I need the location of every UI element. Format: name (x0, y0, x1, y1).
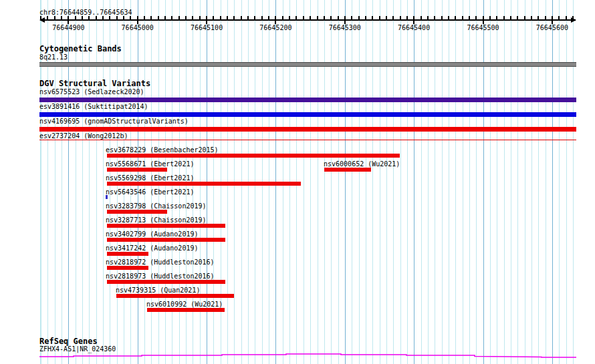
ruler-minor-tick (233, 16, 235, 20)
variant-bar[interactable] (107, 224, 225, 228)
variant-label[interactable]: nsv3402799 (Audano2019) (106, 230, 198, 238)
variant-label[interactable]: nsv3287713 (Chaisson2019) (106, 216, 207, 224)
variant-label[interactable]: nsv4169695 (gnomADStructuralVariants) (39, 118, 189, 125)
variant-bar[interactable] (107, 168, 167, 172)
ruler-minor-tick (178, 16, 180, 20)
ruler-minor-tick (503, 16, 505, 20)
ruler-minor-tick (317, 16, 318, 20)
variant-bar[interactable] (107, 154, 400, 158)
ruler-minor-tick (310, 16, 311, 20)
ruler-tick-label: 76645100 (187, 24, 227, 31)
gridline-minor (372, 0, 373, 364)
gridline-minor (304, 0, 304, 364)
gridline-minor (455, 0, 456, 364)
ruler-minor-tick (365, 16, 366, 20)
ruler-minor-tick (289, 16, 290, 20)
ruler-minor-tick (116, 16, 118, 20)
variant-bar[interactable] (107, 252, 148, 256)
variant-label[interactable]: nsv6575523 (Sedlazeck2020) (39, 88, 144, 96)
variant-bar[interactable] (39, 140, 576, 140)
variant-label[interactable]: nsv2818972 (Huddleston2016) (106, 258, 215, 266)
ruler-tick-label: 76644900 (48, 24, 88, 31)
cytoband-label: 8q21.13 (39, 53, 68, 61)
gridline-minor (428, 0, 429, 364)
gridline-minor (463, 0, 463, 364)
ruler-major-tick (68, 16, 69, 24)
genome-browser-view: chr8:76644859..76645634 7664490076645000… (0, 0, 595, 364)
variant-label[interactable]: esv3678229 (Besenbacher2015) (106, 146, 219, 154)
ruler-minor-tick (241, 16, 242, 20)
ruler-minor-tick (434, 16, 435, 20)
variant-bar[interactable] (324, 168, 371, 172)
ruler-minor-tick (61, 16, 62, 20)
gridline-minor (476, 0, 477, 364)
ruler-minor-tick (531, 16, 532, 20)
ruler-minor-tick (192, 16, 193, 20)
ruler-minor-tick (123, 16, 124, 20)
ruler-minor-tick (102, 16, 104, 20)
gridline-minor (400, 0, 401, 364)
ruler-minor-tick (372, 16, 373, 20)
variant-bar[interactable] (39, 98, 576, 102)
variant-label[interactable]: esv3891416 (Suktitipat2014) (39, 103, 148, 110)
gridline-major (414, 0, 414, 364)
ruler-minor-tick (254, 16, 255, 20)
ruler-minor-tick (47, 16, 48, 20)
variant-bar[interactable] (107, 182, 301, 186)
ruler-tick-label: 76645000 (118, 24, 158, 31)
gridline-minor (82, 0, 83, 364)
ruler-minor-tick (330, 16, 332, 20)
ruler-minor-tick (282, 16, 283, 20)
variant-bar[interactable] (39, 112, 576, 117)
ruler-major-tick (206, 16, 207, 24)
variant-bar[interactable] (106, 195, 108, 199)
cytoband-bar[interactable] (39, 62, 576, 67)
variant-bar[interactable] (107, 210, 167, 214)
variant-label[interactable]: nsv5569298 (Ebert2021) (106, 174, 194, 182)
variant-label[interactable]: nsv5643546 (Ebert2021) (106, 188, 194, 196)
gridline-minor (469, 0, 470, 364)
ruler-minor-tick (40, 16, 41, 20)
gridline-minor (310, 0, 311, 364)
variant-label[interactable]: nsv2818973 (Huddleston2016) (106, 272, 215, 280)
variant-label[interactable]: nsv3283798 (Chaisson2019) (106, 202, 207, 210)
variant-label[interactable]: nsv5568671 (Ebert2021) (106, 160, 194, 168)
variant-label[interactable]: nsv6000652 (Wu2021) (324, 160, 400, 168)
ruler-major-tick (483, 16, 484, 24)
ruler-minor-tick (75, 16, 76, 20)
ruler-tick-label: 76645400 (394, 24, 434, 31)
variant-label[interactable]: nsv4739315 (Quan2021) (116, 287, 200, 294)
ruler-minor-tick (158, 16, 159, 20)
gene-line-path (39, 354, 576, 357)
variant-label[interactable]: esv2737204 (Wong2012b) (39, 132, 128, 140)
gridline-minor (442, 0, 443, 364)
refseq-gene-label: ZFHX4-AS1|NR_024360 (39, 345, 116, 353)
variant-label[interactable]: nsv6010992 (Wu2021) (146, 301, 223, 308)
ruler-minor-tick (517, 16, 518, 20)
variant-bar[interactable] (107, 238, 225, 242)
variant-bar[interactable] (107, 280, 225, 284)
ruler-minor-tick (455, 16, 456, 20)
variant-label[interactable]: nsv3417242 (Audano2019) (106, 244, 198, 252)
variant-bar[interactable] (107, 266, 148, 270)
ruler-minor-tick (462, 16, 463, 20)
ruler-major-tick (413, 16, 414, 24)
ruler-minor-tick (386, 16, 387, 20)
ruler-minor-tick (247, 16, 249, 20)
gridline-minor (566, 0, 567, 364)
ruler-minor-tick (130, 16, 131, 20)
ruler-tick-label: 76645300 (325, 24, 365, 31)
variant-bar[interactable] (147, 308, 225, 312)
gridline-minor (421, 0, 422, 364)
variant-bar[interactable] (116, 294, 234, 298)
gridline-minor (511, 0, 511, 364)
ruler-minor-tick (96, 16, 97, 20)
gridline-minor (352, 0, 352, 364)
gridline-minor (435, 0, 435, 364)
ruler-major-tick (275, 16, 276, 24)
ruler-minor-tick (88, 16, 90, 20)
section-header-cytogenetic-bands: Cytogenetic Bands (39, 45, 122, 53)
variant-bar[interactable] (39, 127, 576, 132)
ruler-tick-label: 76645200 (255, 24, 295, 31)
gridline-minor (331, 0, 332, 364)
